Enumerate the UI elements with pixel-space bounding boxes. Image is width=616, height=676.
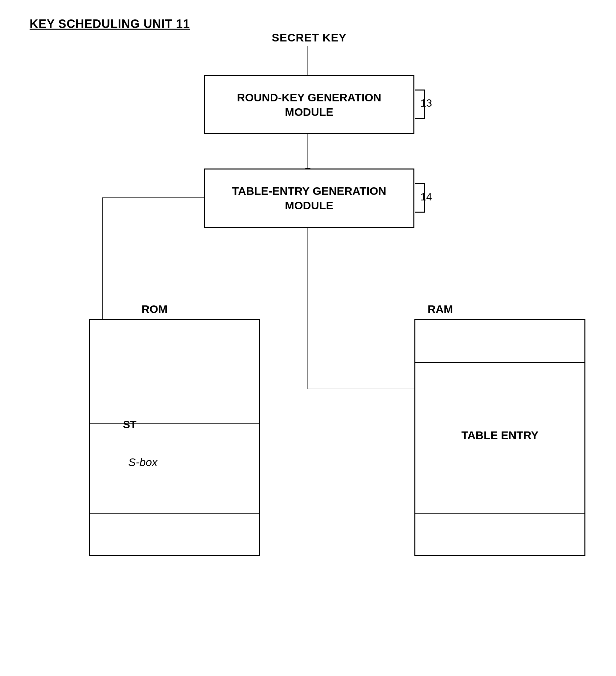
ram-label: RAM (428, 303, 453, 316)
arrow-rk-to-te (308, 134, 308, 169)
table-entry-generation-box: TABLE-ENTRY GENERATION MODULE (204, 169, 414, 228)
round-key-generation-box: ROUND-KEY GENERATION MODULE (204, 75, 414, 134)
page-title: KEY SCHEDULING UNIT 11 (29, 17, 190, 31)
ref-13: 13 (420, 97, 432, 109)
ref-14: 14 (420, 191, 432, 203)
st-label: ST (123, 418, 136, 431)
rom-divider-bottom (89, 513, 260, 514)
arrow-teg-down-line (308, 228, 308, 389)
table-entry-gen-box-label: TABLE-ENTRY GENERATION MODULE (232, 184, 386, 213)
secret-key-label: SECRET KEY (266, 31, 352, 44)
ram-divider-top (414, 362, 586, 363)
ram-divider-bottom (414, 513, 586, 514)
diagram-container: KEY SCHEDULING UNIT 11 SECRET KEY ROUND-… (0, 0, 616, 676)
rom-divider-top (89, 423, 260, 424)
arrow-sk-to-rk (308, 46, 308, 76)
rom-box (89, 319, 260, 556)
arrow-teg-to-te-right (308, 388, 419, 388)
sbox-label: S-box (128, 456, 158, 469)
round-key-box-label: ROUND-KEY GENERATION MODULE (237, 90, 381, 119)
rom-label: ROM (141, 303, 167, 316)
line-left-horizontal (102, 198, 204, 198)
table-entry-cell-label: TABLE ENTRY (414, 428, 586, 442)
